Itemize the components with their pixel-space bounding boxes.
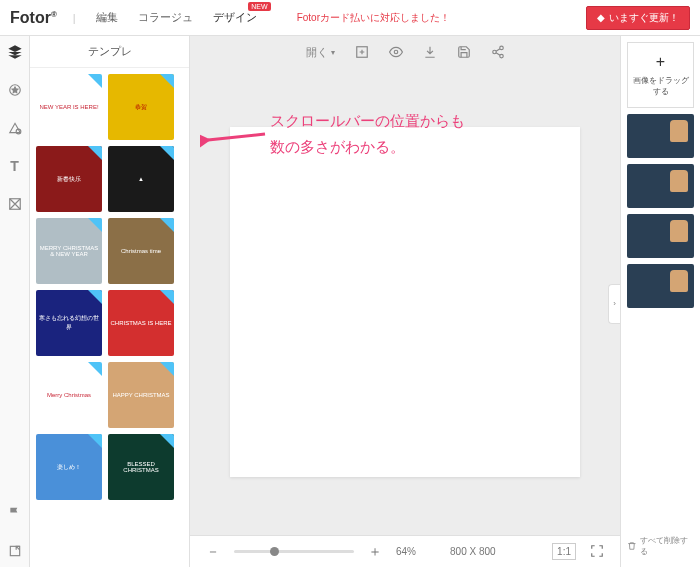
canvas-area: 開く ▾ － ＋ 64% 800 X 800 1:1	[190, 36, 620, 567]
layers-icon[interactable]	[7, 44, 23, 60]
download-icon[interactable]	[423, 45, 437, 59]
template-item[interactable]: HAPPY CHRISTMAS	[108, 362, 174, 428]
template-item[interactable]: Merry Christmas	[36, 362, 102, 428]
sidebar: T	[0, 36, 30, 567]
save-icon[interactable]	[457, 45, 471, 59]
export-icon[interactable]	[7, 543, 23, 559]
flag-icon[interactable]	[7, 505, 23, 521]
nav-edit[interactable]: 編集	[96, 10, 118, 25]
template-item[interactable]: 楽しめ！	[36, 434, 102, 500]
preview-icon[interactable]	[389, 45, 403, 59]
shapes-icon[interactable]	[7, 120, 23, 136]
text-icon[interactable]: T	[7, 158, 23, 174]
canvas-toolbar: 開く ▾	[190, 36, 620, 68]
canvas-viewport	[190, 68, 620, 535]
svg-point-5	[394, 50, 398, 54]
canvas-dims: 800 X 800	[450, 546, 496, 557]
panel-title: テンプレ	[30, 36, 189, 68]
nav-collage[interactable]: コラージュ	[138, 10, 193, 25]
svg-point-8	[499, 54, 503, 58]
delete-all-button[interactable]: すべて削除する	[627, 531, 694, 561]
update-button[interactable]: ◆いますぐ更新！	[586, 6, 690, 30]
zoom-value: 64%	[396, 546, 416, 557]
nav-design[interactable]: デザインNEW	[213, 10, 257, 25]
logo: Fotor®	[10, 9, 57, 27]
template-item[interactable]: 寒さも忘れる幻想の世界	[36, 290, 102, 356]
expand-handle[interactable]: ›	[608, 284, 620, 324]
template-item[interactable]: 新春快乐	[36, 146, 102, 212]
template-list[interactable]: NEW YEAR IS HERE!恭贺新春快乐▲MERRY CHRISTMAS …	[30, 68, 189, 567]
topbar: Fotor® | 編集 コラージュ デザインNEW Fotorカード払いに対応し…	[0, 0, 700, 36]
template-item[interactable]: CHRISTMAS IS HERE	[108, 290, 174, 356]
canvas[interactable]	[230, 127, 580, 477]
template-item[interactable]: BLESSED CHRISTMAS	[108, 434, 174, 500]
promo-text: Fotorカード払いに対応しました！	[297, 11, 450, 25]
template-panel: テンプレ NEW YEAR IS HERE!恭贺新春快乐▲MERRY CHRIS…	[30, 36, 190, 567]
zoom-slider[interactable]	[234, 550, 354, 553]
bottom-bar: － ＋ 64% 800 X 800 1:1	[190, 535, 620, 567]
template-item[interactable]: Christmas time	[108, 218, 174, 284]
open-button[interactable]: 開く ▾	[306, 45, 335, 60]
right-panel: +画像をドラッグする すべて削除する	[620, 36, 700, 567]
fullscreen-icon[interactable]	[590, 544, 604, 560]
effects-icon[interactable]	[7, 196, 23, 212]
image-thumb[interactable]	[627, 114, 694, 158]
drop-zone[interactable]: +画像をドラッグする	[627, 42, 694, 108]
image-thumb[interactable]	[627, 264, 694, 308]
template-item[interactable]: ▲	[108, 146, 174, 212]
star-icon[interactable]	[7, 82, 23, 98]
zoom-out-button[interactable]: －	[206, 543, 220, 561]
svg-point-7	[492, 50, 496, 54]
add-icon[interactable]	[355, 45, 369, 59]
new-badge: NEW	[248, 2, 270, 11]
image-thumb[interactable]	[627, 164, 694, 208]
template-item[interactable]: NEW YEAR IS HERE!	[36, 74, 102, 140]
ratio-button[interactable]: 1:1	[552, 543, 576, 560]
zoom-in-button[interactable]: ＋	[368, 543, 382, 561]
svg-point-6	[499, 46, 503, 50]
template-item[interactable]: 恭贺	[108, 74, 174, 140]
share-icon[interactable]	[491, 45, 505, 59]
image-thumb[interactable]	[627, 214, 694, 258]
template-item[interactable]: MERRY CHRISTMAS & NEW YEAR	[36, 218, 102, 284]
